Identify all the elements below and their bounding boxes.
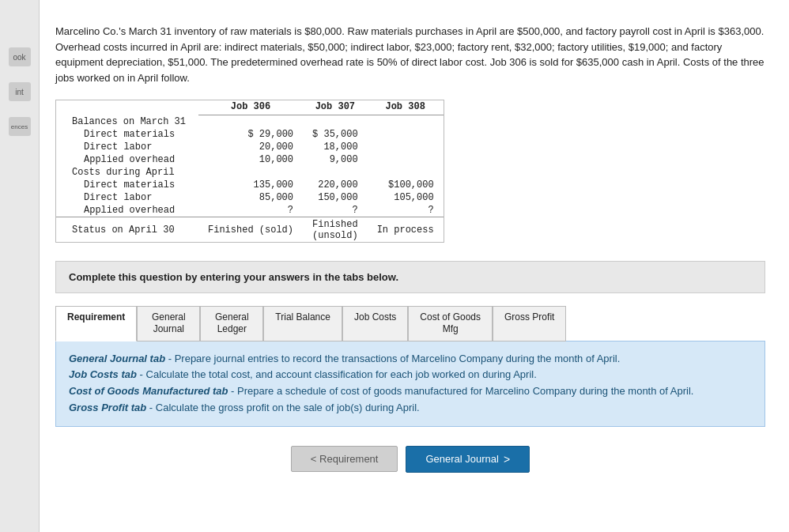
cell-308-ao-march	[368, 153, 444, 166]
general-journal-button-label: General Journal	[425, 453, 499, 465]
cell-307-ao-march: 9,000	[303, 153, 368, 166]
gross-profit-tab-desc: - Calculate the gross profit on the sale…	[146, 402, 419, 413]
section2-label: Costs during April	[56, 166, 198, 179]
col-header-307: Job 307	[303, 100, 368, 115]
section1-label: Balances on March 31	[56, 115, 198, 128]
tab-general-ledger-label: GeneralLedger	[215, 311, 249, 335]
sidebar-icon-print[interactable]: int	[9, 82, 31, 101]
data-table-wrapper: Job 306 Job 307 Job 308 Balances on Marc…	[55, 100, 444, 243]
cell-306-dm-april: 135,000	[198, 179, 303, 191]
tab-job-costs-label: Job Costs	[354, 311, 396, 323]
row-label: Applied overhead	[56, 204, 198, 217]
row-label: Applied overhead	[56, 153, 198, 166]
cell-306-ao-march: 10,000	[198, 153, 303, 166]
table-row: Applied overhead ? ? ?	[56, 204, 444, 217]
general-journal-tab-desc: - Prepare journal entries to record the …	[165, 353, 620, 364]
cell-308-dl-march	[368, 141, 444, 153]
row-label: Direct labor	[56, 191, 198, 204]
cogm-tab-link[interactable]: Cost of Goods Manufactured tab	[69, 385, 228, 397]
status-row: Status on April 30 Finished (sold) Finis…	[56, 217, 444, 242]
cell-308-ao-april: ?	[368, 204, 444, 217]
requirement-button-label: < Requirement	[311, 453, 379, 465]
table-row: Direct labor 85,000 150,000 105,000	[56, 191, 444, 204]
requirement-button[interactable]: < Requirement	[291, 446, 398, 472]
cell-306-dm-march: $ 29,000	[198, 128, 303, 141]
row-label: Direct labor	[56, 141, 198, 153]
complete-question-box: Complete this question by entering your …	[55, 261, 765, 293]
cell-307-dm-march: $ 35,000	[303, 128, 368, 141]
status-label: Status on April 30	[56, 217, 198, 242]
row-label: Direct materials	[56, 179, 198, 191]
cell-306-dl-march: 20,000	[198, 141, 303, 153]
data-table: Job 306 Job 307 Job 308 Balances on Marc…	[56, 100, 444, 242]
table-row: Direct materials 135,000 220,000 $100,00…	[56, 179, 444, 191]
general-journal-button[interactable]: General Journal >	[406, 446, 530, 473]
tab-trial-balance-label: Trial Balance	[275, 311, 330, 323]
sidebar: ook int ences	[0, 0, 40, 532]
tab-gross-profit[interactable]: Gross Profit	[493, 306, 566, 341]
col-header-306: Job 306	[198, 100, 303, 115]
tab-job-costs[interactable]: Job Costs	[342, 306, 408, 341]
tab-requirement[interactable]: Requirement	[55, 306, 137, 341]
sidebar-icon-references[interactable]: ences	[9, 117, 31, 136]
page-wrapper: ook int ences Marcelino Co.'s March 31 i…	[0, 0, 789, 532]
tab-cost-of-goods-mfg[interactable]: Cost of GoodsMfg	[408, 306, 493, 341]
cell-307-dl-march: 18,000	[303, 141, 368, 153]
intro-text: Marcelino Co.'s March 31 inventory of ra…	[55, 24, 765, 85]
cell-306-dl-april: 85,000	[198, 191, 303, 204]
cell-308-dl-april: 105,000	[368, 191, 444, 204]
cell-307-dl-april: 150,000	[303, 191, 368, 204]
job-costs-tab-link[interactable]: Job Costs tab	[69, 368, 137, 380]
row-label: Direct materials	[56, 128, 198, 141]
cogm-tab-desc: - Prepare a schedule of cost of goods ma…	[228, 385, 694, 397]
tab-trial-balance[interactable]: Trial Balance	[263, 306, 342, 341]
col-header-308: Job 308	[368, 100, 444, 115]
cell-308-dm-march	[368, 128, 444, 141]
info-panel: General Journal tab - Prepare journal en…	[55, 341, 765, 427]
status-306: Finished (sold)	[198, 217, 303, 242]
gross-profit-tab-link[interactable]: Gross Profit tab	[69, 402, 146, 413]
tab-general-journal-label: GeneralJournal	[152, 311, 186, 335]
sidebar-icon-book[interactable]: ook	[9, 47, 31, 66]
cell-307-dm-april: 220,000	[303, 179, 368, 191]
table-row: Applied overhead 10,000 9,000	[56, 153, 444, 166]
tab-cost-of-goods-mfg-label: Cost of GoodsMfg	[420, 311, 481, 335]
tab-general-journal[interactable]: GeneralJournal	[137, 306, 200, 341]
general-journal-tab-link[interactable]: General Journal tab	[69, 353, 165, 364]
chevron-right-icon: >	[504, 453, 510, 466]
tabs-row: Requirement GeneralJournal GeneralLedger…	[55, 306, 765, 341]
cell-307-ao-april: ?	[303, 204, 368, 217]
tab-gross-profit-label: Gross Profit	[504, 311, 554, 323]
tab-general-ledger[interactable]: GeneralLedger	[200, 306, 263, 341]
complete-question-text: Complete this question by entering your …	[69, 271, 398, 283]
status-308: In process	[368, 217, 444, 242]
job-costs-tab-desc: - Calculate the total cost, and account …	[137, 368, 537, 380]
content-area: Marcelino Co.'s March 31 inventory of ra…	[55, 16, 765, 473]
cell-306-ao-april: ?	[198, 204, 303, 217]
bottom-nav: < Requirement General Journal >	[55, 446, 765, 473]
table-row: Direct labor 20,000 18,000	[56, 141, 444, 153]
status-307: Finished(unsold)	[303, 217, 368, 242]
table-row: Direct materials $ 29,000 $ 35,000	[56, 128, 444, 141]
cell-308-dm-april: $100,000	[368, 179, 444, 191]
tab-requirement-label: Requirement	[67, 311, 125, 323]
